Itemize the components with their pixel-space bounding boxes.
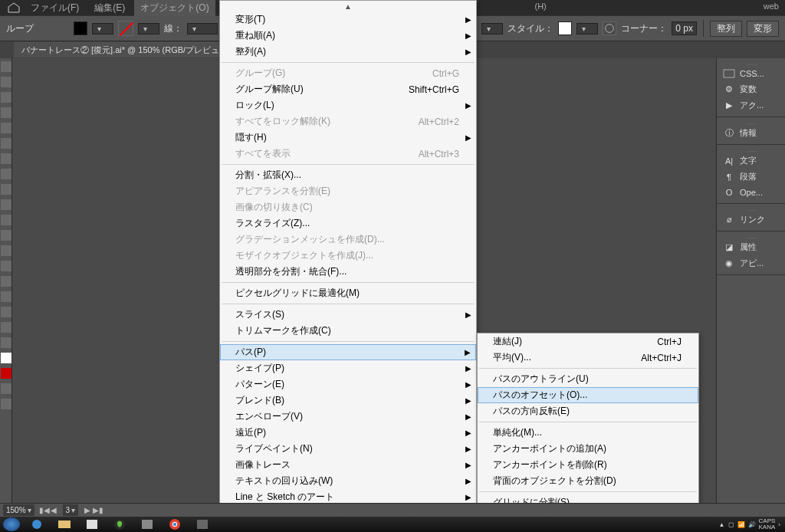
taskbar-app2[interactable] [134, 517, 160, 531]
tool-generic[interactable] [1, 261, 11, 271]
panel-character[interactable]: A|文字 [717, 153, 785, 169]
system-tray[interactable]: ▲ ▢ 📶 🔊 CAPS KANA › [719, 518, 785, 530]
menu-item[interactable]: 背面のオブジェクトを分割(D) [478, 473, 698, 489]
menu-item[interactable]: 隠す(H)▶ [220, 130, 476, 146]
panel-variables[interactable]: ⚙変数 [717, 81, 785, 97]
taskbar-explorer[interactable] [51, 517, 77, 531]
tool-generic[interactable] [1, 215, 11, 225]
taskbar-chrome[interactable] [162, 517, 188, 531]
panel-opentype[interactable]: OOpe... [717, 185, 785, 200]
tool-generic[interactable] [1, 138, 11, 149]
tray-action-center-icon[interactable]: ▢ [728, 521, 734, 528]
menu-item[interactable]: パスのアウトライン(U) [478, 371, 698, 387]
menu-item[interactable]: シェイプ(P)▶ [220, 360, 476, 376]
menu-item[interactable]: アンカーポイントを削除(R) [478, 457, 698, 473]
tool-generic[interactable] [1, 184, 11, 195]
tool-generic[interactable] [1, 337, 11, 348]
menu-item[interactable]: トリムマークを作成(C) [220, 323, 476, 339]
tool-generic[interactable] [1, 61, 11, 72]
menu-item[interactable]: ロック(L)▶ [220, 97, 476, 113]
panel-actions[interactable]: ▶アク... [717, 97, 785, 113]
menu-item[interactable]: ピクセルグリッドに最適化(M) [220, 285, 476, 301]
tool-generic[interactable] [1, 123, 11, 133]
menu-item[interactable]: 変形(T)▶ [220, 11, 476, 28]
menu-edit[interactable]: 編集(E) [88, 0, 131, 16]
panel-attributes[interactable]: ◪属性 [717, 239, 785, 255]
menu-item[interactable]: 重ね順(A)▶ [220, 28, 476, 44]
menu-item[interactable]: 透明部分を分割・統合(F)... [220, 264, 476, 280]
tool-generic[interactable] [1, 169, 11, 179]
globe-icon[interactable] [603, 21, 616, 35]
tool-generic[interactable] [1, 383, 11, 394]
menu-item[interactable]: テキストの回り込み(W)▶ [220, 473, 476, 489]
panel-appearance[interactable]: ◉アピ... [717, 255, 785, 271]
tool-generic[interactable] [1, 276, 11, 287]
menu-item[interactable]: スライス(S)▶ [220, 307, 476, 323]
menu-item[interactable]: ブレンド(B)▶ [220, 392, 476, 409]
taskbar-evernote[interactable] [107, 517, 133, 531]
menu-path-submenu[interactable]: 連結(J)Ctrl+J平均(V)...Alt+Ctrl+Jパスのアウトライン(U… [477, 333, 699, 532]
tool-generic[interactable] [1, 77, 11, 87]
menu-item[interactable]: 連結(J)Ctrl+J [478, 333, 698, 350]
menu-item[interactable]: グループ解除(U)Shift+Ctrl+G [220, 81, 476, 97]
menu-item[interactable]: 単純化(M)... [478, 425, 698, 441]
tool-generic[interactable] [1, 92, 11, 103]
menu-item[interactable]: パターン(E)▶ [220, 376, 476, 392]
menu-object-dropdown[interactable]: ▲変形(T)▶重ね順(A)▶整列(A)▶グループ(G)Ctrl+Gグループ解除(… [219, 0, 477, 532]
tool-generic[interactable] [1, 399, 11, 409]
tool-generic[interactable] [1, 245, 11, 256]
document-tab[interactable]: バナートレース② [復元].ai* @ 150% (RGB/プレビュー) [14, 42, 238, 57]
artboard-nav[interactable]: ▮◀◀ [39, 506, 58, 514]
menu-item[interactable]: 整列(A)▶ [220, 44, 476, 60]
menu-item[interactable]: エンベロープ(V)▶ [220, 409, 476, 425]
tray-volume-icon[interactable]: 🔊 [748, 521, 756, 528]
menu-item[interactable]: パス(P)▶ [220, 344, 476, 360]
home-icon[interactable] [6, 2, 21, 13]
tray-up-icon[interactable]: ▲ [719, 521, 725, 528]
tray-chevron-icon[interactable]: › [778, 521, 780, 528]
menu-item[interactable]: 分割・拡張(X)... [220, 167, 476, 183]
menu-file[interactable]: ファイル(F) [25, 0, 85, 16]
artboard-nav-fwd[interactable]: ▶▶▮ [83, 506, 102, 514]
fill-swatch[interactable] [74, 21, 87, 35]
style-combo[interactable] [576, 23, 598, 34]
toolbox[interactable] [0, 58, 12, 503]
tool-generic[interactable] [1, 107, 11, 118]
panel-css[interactable]: CSS... [717, 66, 785, 81]
menu-item[interactable]: 遠近(P)▶ [220, 425, 476, 441]
menu-web[interactable]: web [764, 2, 779, 11]
opacity-combo[interactable] [481, 23, 503, 34]
tool-stroke-swatch[interactable] [1, 368, 11, 379]
menu-object[interactable]: オブジェクト(O) [134, 0, 215, 16]
menu-item[interactable]: ラスタライズ(Z)... [220, 215, 476, 232]
taskbar-app1[interactable] [79, 517, 105, 531]
taskbar-app3[interactable] [189, 517, 215, 531]
zoom-combo[interactable]: 150% [3, 504, 34, 516]
tool-generic[interactable] [1, 199, 11, 210]
menu-item[interactable]: 平均(V)...Alt+Ctrl+J [478, 350, 698, 366]
menu-item[interactable]: パスの方向反転(E) [478, 403, 698, 419]
tool-generic[interactable] [1, 230, 11, 241]
corner-value[interactable]: 0 px [672, 21, 697, 35]
transform-button[interactable]: 変形 [747, 21, 779, 37]
tool-generic[interactable] [1, 291, 11, 302]
stroke-width-combo[interactable] [187, 23, 218, 34]
tray-network-icon[interactable]: 📶 [737, 521, 745, 528]
panel-paragraph[interactable]: ¶段落 [717, 169, 785, 185]
tool-generic[interactable] [1, 322, 11, 333]
stroke-none-icon[interactable] [118, 21, 133, 36]
panel-links[interactable]: ⌀リンク [717, 212, 785, 228]
taskbar-ie[interactable] [24, 517, 50, 531]
menu-scroll-up[interactable]: ▲ [220, 1, 476, 11]
menu-item[interactable]: パスのオフセット(O)... [478, 387, 698, 403]
fill-combo[interactable] [92, 23, 113, 34]
tool-generic[interactable] [1, 153, 11, 164]
menu-item[interactable]: アンカーポイントの追加(A) [478, 441, 698, 457]
menu-help-hint[interactable]: (H) [534, 2, 546, 11]
tool-generic[interactable] [1, 307, 11, 317]
menu-item[interactable]: ライブペイント(N)▶ [220, 441, 476, 457]
align-button[interactable]: 整列 [710, 21, 742, 37]
artboard-combo[interactable]: 3 [63, 504, 79, 516]
start-button[interactable] [3, 517, 20, 531]
panel-info[interactable]: ⓘ情報 [717, 125, 785, 141]
